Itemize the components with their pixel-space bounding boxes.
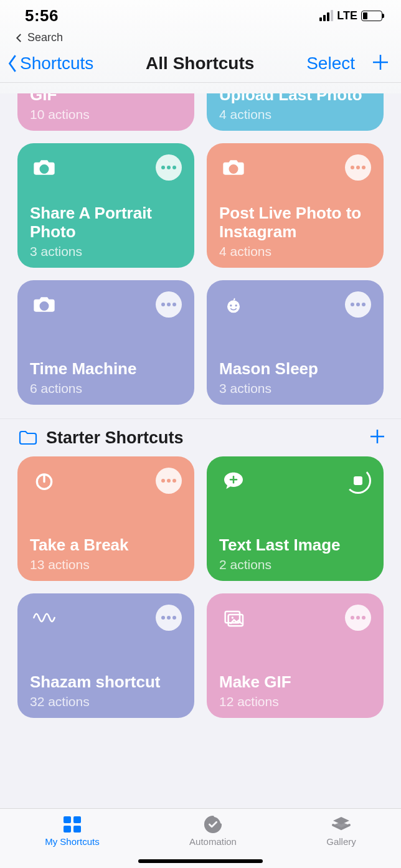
section-add-button[interactable]	[369, 428, 386, 448]
back-button[interactable]: Shortcuts	[6, 53, 93, 74]
page-title: All Shortcuts	[146, 54, 254, 73]
svg-point-26	[356, 166, 360, 169]
svg-rect-66	[64, 826, 71, 833]
svg-point-27	[362, 166, 366, 169]
svg-point-14	[172, 166, 176, 169]
shortcut-title: Text Last Image	[219, 536, 371, 555]
more-icon[interactable]	[345, 291, 371, 318]
shortcut-subtitle: 13 actions	[30, 557, 182, 572]
shortcut-card[interactable]: Shazam shortcut 32 actions	[17, 593, 194, 718]
shortcut-card[interactable]: Text Last Image 2 actions	[207, 456, 384, 581]
shortcut-card[interactable]: Upload Last Photo 4 actions	[207, 93, 384, 131]
shortcut-subtitle: 2 actions	[219, 557, 371, 572]
battery-icon	[361, 11, 382, 21]
svg-point-43	[235, 304, 237, 306]
svg-point-42	[230, 304, 232, 306]
shortcut-grid: Convert Burst To GIF 10 actions Upload L…	[0, 93, 401, 418]
svg-point-55	[161, 616, 165, 620]
more-icon[interactable]	[345, 605, 371, 631]
select-button[interactable]: Select	[306, 54, 355, 73]
svg-point-62	[356, 616, 360, 620]
svg-point-61	[351, 616, 354, 620]
svg-point-63	[362, 616, 366, 620]
signal-bars-icon	[319, 10, 333, 21]
more-icon[interactable]	[156, 291, 182, 318]
svg-point-57	[172, 616, 176, 620]
photos-icon	[219, 603, 248, 632]
shortcut-subtitle: 10 actions	[30, 107, 182, 122]
shortcut-title: Mason Sleep	[219, 360, 371, 379]
svg-point-46	[362, 303, 366, 306]
camera-icon	[30, 290, 59, 319]
tab-label: My Shortcuts	[45, 836, 100, 847]
more-icon[interactable]	[345, 154, 371, 181]
more-icon[interactable]	[156, 468, 182, 494]
tab-my-shortcuts[interactable]: My Shortcuts	[45, 815, 100, 868]
stack-icon	[330, 815, 352, 834]
more-icon[interactable]	[156, 154, 182, 181]
shortcut-subtitle: 3 actions	[30, 244, 182, 259]
navbar: Shortcuts All Shortcuts Select	[0, 48, 401, 83]
svg-point-41	[227, 300, 240, 313]
svg-point-13	[167, 166, 171, 169]
section-title: Starter Shortcuts	[46, 428, 184, 448]
svg-point-56	[167, 616, 171, 620]
folder-icon	[19, 430, 37, 445]
shortcut-card[interactable]: Time Machine 6 actions	[17, 280, 194, 405]
back-label: Shortcuts	[20, 54, 93, 73]
shortcut-title: Shazam shortcut	[30, 673, 182, 692]
shortcut-title: Convert Burst To GIF	[30, 93, 182, 105]
running-spinner-icon[interactable]	[345, 468, 371, 494]
shortcut-subtitle: 32 actions	[30, 694, 182, 709]
svg-rect-64	[64, 816, 71, 823]
status-right: LTE	[319, 9, 382, 22]
plus-icon	[369, 428, 386, 445]
svg-point-12	[161, 166, 165, 169]
shortcut-title: Post Live Photo to Instagram	[219, 204, 371, 242]
camera-icon	[219, 153, 248, 182]
svg-point-50	[161, 479, 165, 483]
svg-point-52	[172, 479, 176, 483]
shortcut-grid: Take a Break 13 actions Text Last Image …	[0, 456, 401, 732]
shortcut-subtitle: 4 actions	[219, 107, 371, 122]
status-time: 5:56	[25, 6, 59, 26]
add-shortcut-button[interactable]	[371, 53, 390, 74]
svg-point-45	[356, 303, 360, 306]
timer-icon	[30, 466, 59, 495]
clock-check-icon	[202, 815, 224, 834]
shortcut-card[interactable]: Share A Portrait Photo 3 actions	[17, 143, 194, 268]
tab-label: Gallery	[326, 836, 356, 847]
svg-rect-65	[73, 816, 81, 823]
svg-rect-67	[73, 826, 81, 833]
shortcut-card[interactable]: Post Live Photo to Instagram 4 actions	[207, 143, 384, 268]
status-bar: 5:56 LTE	[0, 0, 401, 31]
home-indicator	[138, 859, 263, 863]
more-icon[interactable]	[156, 605, 182, 631]
baby-icon	[219, 290, 248, 319]
shortcut-title: Make GIF	[219, 673, 371, 692]
plus-icon	[371, 53, 390, 72]
grid-icon	[61, 815, 83, 834]
shortcut-subtitle: 4 actions	[219, 244, 371, 259]
shortcut-card[interactable]: Take a Break 13 actions	[17, 456, 194, 581]
shortcut-title: Time Machine	[30, 360, 182, 379]
tab-gallery[interactable]: Gallery	[326, 815, 356, 868]
svg-point-60	[232, 616, 234, 618]
shortcut-title: Share A Portrait Photo	[30, 204, 182, 242]
svg-point-40	[172, 303, 176, 306]
wave-icon	[30, 603, 59, 632]
section-header[interactable]: Starter Shortcuts	[0, 418, 401, 456]
breadcrumb-label: Search	[27, 31, 63, 44]
svg-point-44	[351, 303, 354, 306]
shortcut-card[interactable]: Make GIF 12 actions	[207, 593, 384, 718]
breadcrumb[interactable]: Search	[0, 31, 401, 48]
network-label: LTE	[337, 9, 357, 22]
shortcut-card[interactable]: Mason Sleep 3 actions	[207, 280, 384, 405]
shortcut-subtitle: 3 actions	[219, 381, 371, 396]
back-breadcrumb-icon	[14, 32, 25, 44]
shortcut-title: Take a Break	[30, 536, 182, 555]
shortcut-subtitle: 6 actions	[30, 381, 182, 396]
message-plus-icon	[219, 466, 248, 495]
content-scroll[interactable]: Convert Burst To GIF 10 actions Upload L…	[0, 93, 401, 808]
shortcut-card[interactable]: Convert Burst To GIF 10 actions	[17, 93, 194, 131]
